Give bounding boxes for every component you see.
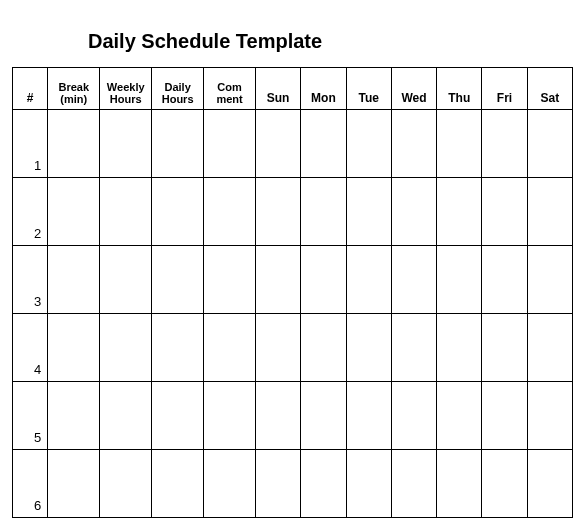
header-tue: Tue [346, 68, 391, 110]
cell [48, 110, 100, 178]
table-row: 5 [13, 382, 573, 450]
cell [391, 450, 436, 518]
cell [437, 450, 482, 518]
cell [391, 246, 436, 314]
header-fri: Fri [482, 68, 527, 110]
row-number: 5 [13, 382, 48, 450]
cell [527, 246, 572, 314]
cell [204, 382, 256, 450]
header-weekly-hours: Weekly Hours [100, 68, 152, 110]
table-row: 1 [13, 110, 573, 178]
cell [346, 246, 391, 314]
cell [527, 314, 572, 382]
cell [48, 314, 100, 382]
cell [482, 178, 527, 246]
header-row: # Break (min) Weekly Hours Daily Hours C… [13, 68, 573, 110]
table-row: 4 [13, 314, 573, 382]
cell [255, 450, 300, 518]
cell [391, 110, 436, 178]
schedule-table: # Break (min) Weekly Hours Daily Hours C… [12, 67, 573, 518]
header-thu: Thu [437, 68, 482, 110]
cell [346, 178, 391, 246]
cell [482, 382, 527, 450]
cell [100, 178, 152, 246]
cell [152, 382, 204, 450]
cell [346, 382, 391, 450]
cell [152, 450, 204, 518]
table-row: 3 [13, 246, 573, 314]
cell [48, 382, 100, 450]
table-body: 1 2 3 4 5 [13, 110, 573, 518]
cell [527, 382, 572, 450]
cell [204, 110, 256, 178]
cell [204, 246, 256, 314]
cell [100, 382, 152, 450]
cell [204, 450, 256, 518]
cell [255, 178, 300, 246]
header-mon: Mon [301, 68, 346, 110]
header-number: # [13, 68, 48, 110]
cell [527, 110, 572, 178]
cell [301, 450, 346, 518]
cell [482, 314, 527, 382]
header-wed: Wed [391, 68, 436, 110]
cell [301, 314, 346, 382]
cell [48, 178, 100, 246]
cell [100, 314, 152, 382]
cell [437, 246, 482, 314]
cell [437, 314, 482, 382]
cell [482, 110, 527, 178]
cell [301, 246, 346, 314]
page-title: Daily Schedule Template [88, 30, 573, 53]
cell [204, 178, 256, 246]
cell [152, 246, 204, 314]
cell [391, 382, 436, 450]
cell [204, 314, 256, 382]
cell [152, 110, 204, 178]
cell [255, 382, 300, 450]
row-number: 1 [13, 110, 48, 178]
header-daily-hours: Daily Hours [152, 68, 204, 110]
cell [48, 450, 100, 518]
cell [527, 178, 572, 246]
table-row: 2 [13, 178, 573, 246]
row-number: 2 [13, 178, 48, 246]
cell [437, 178, 482, 246]
cell [48, 246, 100, 314]
header-comment: Com ment [204, 68, 256, 110]
table-row: 6 [13, 450, 573, 518]
row-number: 6 [13, 450, 48, 518]
cell [391, 314, 436, 382]
cell [437, 382, 482, 450]
cell [527, 450, 572, 518]
cell [482, 450, 527, 518]
cell [301, 382, 346, 450]
cell [100, 246, 152, 314]
cell [346, 450, 391, 518]
cell [255, 246, 300, 314]
header-break: Break (min) [48, 68, 100, 110]
cell [152, 314, 204, 382]
header-sat: Sat [527, 68, 572, 110]
cell [346, 110, 391, 178]
cell [391, 178, 436, 246]
row-number: 4 [13, 314, 48, 382]
cell [100, 110, 152, 178]
cell [482, 246, 527, 314]
cell [437, 110, 482, 178]
cell [301, 178, 346, 246]
cell [152, 178, 204, 246]
cell [301, 110, 346, 178]
cell [346, 314, 391, 382]
row-number: 3 [13, 246, 48, 314]
header-sun: Sun [255, 68, 300, 110]
cell [255, 314, 300, 382]
cell [255, 110, 300, 178]
cell [100, 450, 152, 518]
